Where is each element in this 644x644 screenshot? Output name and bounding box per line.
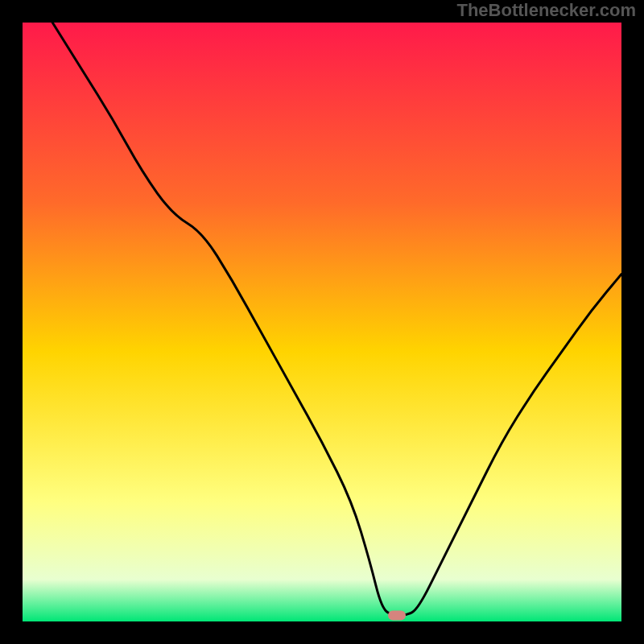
attribution-label: TheBottlenecker.com: [456, 0, 636, 20]
optimal-point-marker: [388, 611, 406, 621]
chart-svg: TheBottlenecker.com: [0, 0, 644, 644]
chart-plot-background: [23, 23, 621, 621]
bottleneck-chart: TheBottlenecker.com: [0, 0, 644, 644]
